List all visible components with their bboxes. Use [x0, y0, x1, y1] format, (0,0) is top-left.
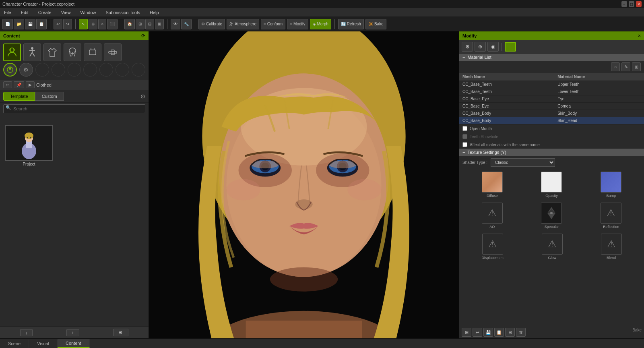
displacement-tile[interactable]: ⚠ Displacement [481, 234, 504, 260]
table-row[interactable]: CC_Base_TeethLower Teeth [459, 88, 644, 95]
scale-tool-button[interactable]: ⬛ [107, 19, 118, 29]
select-tool-button[interactable]: ↖ [79, 19, 88, 29]
render-btn2[interactable]: 🔧 [181, 19, 192, 29]
menu-help[interactable]: Help [147, 9, 161, 16]
glow-tile[interactable]: ⚠ Glow [542, 234, 563, 260]
table-row[interactable]: CC_Base_BodySkin_Head [459, 117, 644, 124]
specular-tile[interactable]: Specular [541, 203, 562, 229]
rotate-tool-button[interactable]: ○ [98, 19, 106, 29]
content-refresh-button[interactable]: ⟳ [141, 33, 145, 39]
weapon-icon-btn[interactable] [104, 44, 122, 61]
render-btn1[interactable]: 👁 [171, 19, 180, 29]
view-btn4[interactable]: ⊞ [155, 19, 164, 29]
tab-visual[interactable]: Visual [29, 340, 58, 348]
rb-btn-3[interactable]: 💾 [483, 328, 493, 337]
menu-create[interactable]: Create [36, 9, 54, 16]
right-tool-settings-button[interactable]: ⚙ [462, 42, 473, 52]
calibrate-button[interactable]: ⚙ Calibrate [198, 19, 225, 29]
refresh-button[interactable]: 🔄 Refresh [338, 19, 364, 29]
sub-btn-3 [35, 63, 49, 77]
diffuse-tile[interactable]: Diffuse [482, 172, 503, 198]
menu-bar: File Edit Create View Window Submission … [0, 8, 644, 17]
undo-button[interactable]: ↩ [54, 19, 62, 29]
right-tool-checker-button[interactable] [505, 42, 516, 52]
footer-merge-button[interactable]: ⊞- [113, 329, 129, 336]
menu-file[interactable]: File [2, 9, 14, 16]
view-btn2[interactable]: ⊞ [136, 19, 144, 29]
modify-close-button[interactable]: × [638, 33, 641, 39]
maximize-button[interactable]: □ [629, 1, 634, 7]
tab-menu-button[interactable]: ⊙ [140, 93, 145, 99]
move-tool-button[interactable]: ⊕ [89, 19, 97, 29]
shader-type-select[interactable]: Classic Standard PBR [491, 158, 555, 167]
affect-all-checkbox[interactable] [462, 142, 467, 147]
bake-button[interactable]: 🔆 Bake [365, 19, 386, 29]
footer-down-button[interactable]: ↓ [20, 329, 33, 336]
atmosphere-button[interactable]: 🌫 Atmosphere [227, 19, 259, 29]
close-button[interactable]: × [636, 1, 642, 7]
conform-label: Conform [267, 22, 283, 26]
menu-window[interactable]: Window [78, 9, 98, 16]
open-button[interactable]: 📁 [14, 19, 24, 29]
save-button[interactable]: 💾 [25, 19, 35, 29]
rb-btn-4[interactable]: 📋 [494, 328, 504, 337]
sub-btn-2[interactable]: ⚙ [19, 63, 33, 77]
bump-label: Bump [606, 194, 616, 198]
breadcrumb-pin-button[interactable]: 📌 [14, 81, 24, 88]
table-row[interactable]: CC_Base_EyeCornea [459, 103, 644, 110]
rb-btn-5[interactable]: ⊟ [505, 328, 515, 337]
morph-button[interactable]: ◈ Morph [310, 19, 331, 29]
ao-tile[interactable]: ⚠ AO [482, 203, 503, 229]
right-bottom-toolbar: ⊞ ↩ 💾 📋 ⊟ 🗑 Bake [459, 326, 644, 338]
table-row[interactable]: CC_Base_EyeEye [459, 95, 644, 103]
breadcrumb-back-button[interactable]: ↩ [3, 81, 12, 88]
viewport-canvas[interactable] [149, 31, 459, 338]
menu-submission-tools[interactable]: Submission Tools [103, 9, 142, 16]
reflection-tile[interactable]: ⚠ Reflection [601, 203, 621, 229]
table-row[interactable]: CC_Base_BodySkin_Body [459, 110, 644, 117]
conform-button[interactable]: ≡ Conform [261, 19, 285, 29]
hair-icon-btn[interactable] [64, 44, 81, 61]
item-thumbnail [5, 125, 53, 161]
open-mouth-checkbox[interactable] [462, 126, 467, 131]
rb-btn-6[interactable]: 🗑 [516, 328, 526, 337]
list-item[interactable]: Project [5, 125, 53, 166]
bump-tile[interactable]: Bump [601, 172, 621, 198]
tab-scene[interactable]: Scene [0, 340, 29, 348]
rb-btn-1[interactable]: ⊞ [462, 328, 471, 337]
right-tool-mat-button[interactable]: ◉ [487, 42, 499, 52]
rb-btn-2[interactable]: ↩ [473, 328, 482, 337]
right-tool-transform-button[interactable]: ⊕ [475, 42, 486, 52]
new-button[interactable]: 📄 [2, 19, 13, 29]
table-action-3[interactable]: ⊞ [632, 62, 641, 71]
pose-icon-btn[interactable] [23, 44, 41, 61]
custom-tab[interactable]: Custom [35, 92, 64, 101]
title-bar-controls: − □ × [621, 1, 642, 7]
template-tab[interactable]: Template [3, 92, 35, 101]
accessory-icon-btn[interactable] [84, 44, 101, 61]
menu-view[interactable]: View [59, 9, 73, 16]
tabs-row: Template Custom ⊙ [0, 90, 149, 103]
redo-button[interactable]: ↪ [63, 19, 72, 29]
blend-tile[interactable]: ⚠ Blend [601, 234, 622, 260]
view-btn3[interactable]: ⊟ [145, 19, 154, 29]
saveas-button[interactable]: 📋 [36, 19, 47, 29]
table-action-2[interactable]: ✎ [621, 62, 630, 71]
tab-content[interactable]: Content [58, 339, 90, 348]
texture-collapse-btn[interactable]: − [462, 150, 465, 155]
breadcrumb-nav-button[interactable]: ▶ [26, 81, 35, 88]
diffuse-label: Diffuse [487, 194, 498, 198]
menu-edit[interactable]: Edit [19, 9, 31, 16]
opacity-tile[interactable]: Opacity [541, 172, 562, 198]
footer-add-button[interactable]: + [66, 329, 79, 336]
table-action-1[interactable]: ○ [611, 62, 620, 71]
view-btn1[interactable]: 🏠 [124, 19, 135, 29]
morph-small-btn[interactable] [3, 63, 17, 77]
avatar-icon-btn[interactable] [3, 44, 21, 61]
table-row[interactable]: CC_Base_TeethUpper Teeth [459, 81, 644, 88]
minimize-button[interactable]: − [621, 1, 627, 7]
modify-button[interactable]: ≡ Modify [287, 19, 308, 29]
search-input[interactable] [3, 104, 145, 113]
material-collapse-button[interactable]: − [462, 55, 465, 60]
clothing-icon-btn[interactable] [43, 44, 61, 61]
